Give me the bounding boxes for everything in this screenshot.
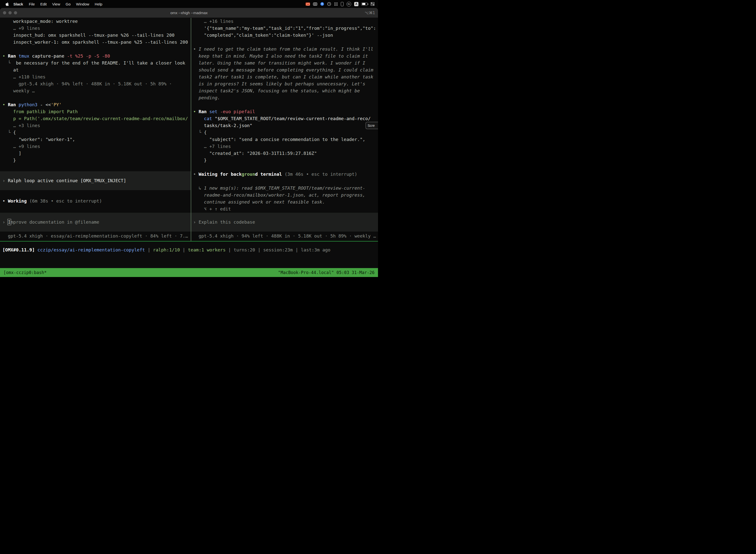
menu-item-file[interactable]: File (26, 2, 38, 6)
text-segment: turns:20 (234, 247, 255, 253)
text-segment: keep that in mind. Maybe I also need the… (193, 53, 368, 59)
text-segment: | (145, 247, 153, 253)
terminal-line: } (0, 157, 191, 164)
terminal-line: readme-and-reco/mailbox/worker-1.json, a… (191, 191, 378, 199)
menu-item-view[interactable]: View (49, 2, 63, 6)
menu-item-slack[interactable]: Slack (10, 2, 26, 6)
tmux-pane-right[interactable]: … +16 lines '{"team_name":"my-team","tas… (191, 18, 378, 241)
text-segment (193, 116, 204, 121)
queued-message-box[interactable]: › Ralph loop active continue [OMX_TMUX_I… (0, 171, 191, 190)
text-segment: └ (193, 130, 204, 135)
text-segment: -euo pipefail (220, 109, 255, 114)
text-segment: capture-pane (32, 53, 67, 59)
close-button[interactable] (3, 11, 6, 14)
text-segment: should send a message before completing … (193, 67, 373, 72)
terminal-line: pending. (191, 94, 378, 101)
tmux-pane-left[interactable]: workspace_mode: worktree … +9 lines insp… (0, 18, 191, 241)
terminal-line: … +16 lines (191, 18, 378, 25)
text-segment: inspect_hud: omx sparkshell --tmux-pane … (2, 33, 175, 38)
grid-icon[interactable] (313, 0, 317, 8)
text-segment: } (193, 158, 207, 163)
terminal-line: └ be necessary for the end of the README… (0, 60, 191, 66)
terminal-line: continue assigned work or next feasible … (191, 199, 378, 206)
text-segment: { (204, 130, 207, 135)
text-segment: inspect_worker-1: omx sparkshell --tmux-… (2, 40, 188, 45)
menu-item-window[interactable]: Window (73, 2, 92, 6)
text-segment: ↳ (193, 185, 204, 190)
control-center-icon[interactable] (371, 0, 375, 8)
text-segment: … +7 lines (193, 144, 231, 149)
tmux-hostname-clock: "MacBook-Pro-44.local" 05:03 31-Mar-26 (278, 270, 375, 275)
terminal-line: should send a message before completing … (191, 66, 378, 73)
text-segment: - << (40, 102, 51, 107)
text-segment: mprove documentation in @filename (11, 219, 100, 225)
text-segment: cat (204, 116, 214, 121)
iphone-mirroring-icon[interactable] (341, 0, 343, 8)
text-segment: -t %25 -p -S -80 (67, 53, 110, 59)
text-segment: p = Path('.omx/state/team/review-current… (2, 116, 188, 121)
text-segment (193, 178, 196, 184)
apple-menu-icon[interactable] (5, 2, 9, 6)
text-segment: session:23m (263, 247, 293, 253)
terminal-line (0, 94, 191, 101)
terminal-line: "subject": "send a concise recommendatio… (191, 136, 378, 143)
terminal-line: inspect_hud: omx sparkshell --tmux-pane … (0, 32, 191, 39)
terminal-line: • I need to get the claim token from the… (191, 46, 378, 53)
text-segment: … +9 lines (2, 144, 40, 149)
text-segment: … +3 lines (2, 123, 40, 128)
tmux-panes: workspace_mode: worktree … +9 lines insp… (0, 18, 378, 241)
prompt-input-box[interactable]: › Improve documentation in @filename (0, 213, 191, 232)
terminal-window: omx --xhigh --madmax ⌥⌘1 workspace_mode:… (0, 8, 378, 277)
prompt-input-box[interactable]: › Explain this codebase (191, 213, 378, 232)
text-segment: is in progress? It seems likely but perh… (193, 81, 365, 87)
screenshot-preview-popup[interactable]: Scre (366, 122, 378, 129)
text-segment: team:1 workers (188, 247, 226, 253)
battery-icon[interactable] (361, 0, 368, 8)
terminal-line: … +9 lines (0, 25, 191, 32)
terminal-line: "worker": "worker-1", (0, 136, 191, 143)
zoom-button[interactable] (14, 11, 17, 14)
text-segment: at (2, 67, 19, 72)
window-titlebar[interactable]: omx --xhigh --madmax ⌥⌘1 (0, 8, 378, 18)
text-segment: ralph:1/10 (153, 247, 180, 253)
dots-grid-icon[interactable] (334, 0, 338, 8)
minimize-button[interactable] (8, 11, 12, 14)
screen-recording-indicator-icon[interactable] (306, 2, 310, 6)
terminal-line: └ { (191, 129, 378, 136)
terminal-line (191, 164, 378, 171)
text-segment: (3m 46s • esc to interrupt) (285, 171, 357, 177)
terminal-line: task2 after task1 is complete, but can I… (191, 73, 378, 80)
terminal-line: from pathlib import Path (0, 108, 191, 115)
text-segment: "worker": "worker-1", (2, 137, 75, 142)
menu-item-go[interactable]: Go (63, 2, 73, 6)
text-segment: "subject": "send a concise recommendatio… (193, 137, 365, 142)
text-segment: └ (2, 60, 16, 65)
menu-item-edit[interactable]: Edit (38, 2, 49, 6)
clock-icon[interactable] (327, 0, 331, 8)
terminal-line: cat "$OMX_TEAM_STATE_ROOT/team/review-cu… (191, 115, 378, 122)
traffic-lights (3, 11, 17, 14)
text-segment: Ran (8, 102, 19, 107)
text-segment: … +9 lines (2, 25, 40, 31)
input-source-icon[interactable]: A (354, 0, 359, 8)
terminal-line (191, 39, 378, 46)
text-segment: Explain this codebase (199, 219, 255, 225)
text-segment: groun (242, 171, 255, 177)
text-segment: … +16 lines (193, 19, 234, 24)
menu-item-help[interactable]: Help (92, 2, 105, 6)
text-segment: pending. (193, 95, 220, 100)
terminal-line: is in progress? It seems likely but perh… (191, 80, 378, 88)
waiting-status-line: • Waiting for background terminal (3m 46… (191, 171, 378, 178)
terminal-line: keep that in mind. Maybe I also need the… (191, 53, 378, 60)
text-segment: workspace_mode: worktree (2, 19, 78, 24)
terminal-line: … +3 lines (0, 122, 191, 129)
menubar: SlackFileEditViewGoWindowHelp 61 A (0, 0, 378, 8)
text-segment: Working (8, 198, 29, 204)
terminal-line: weekly … (0, 88, 191, 94)
compass-icon[interactable] (320, 0, 324, 8)
terminal-line: └ { (0, 129, 191, 136)
battery-percentage-icon[interactable]: 61 (346, 0, 351, 8)
terminal-line: later. Using the same for transition mig… (191, 60, 378, 66)
text-segment: tmux (19, 53, 32, 59)
text-segment: set (209, 109, 220, 114)
